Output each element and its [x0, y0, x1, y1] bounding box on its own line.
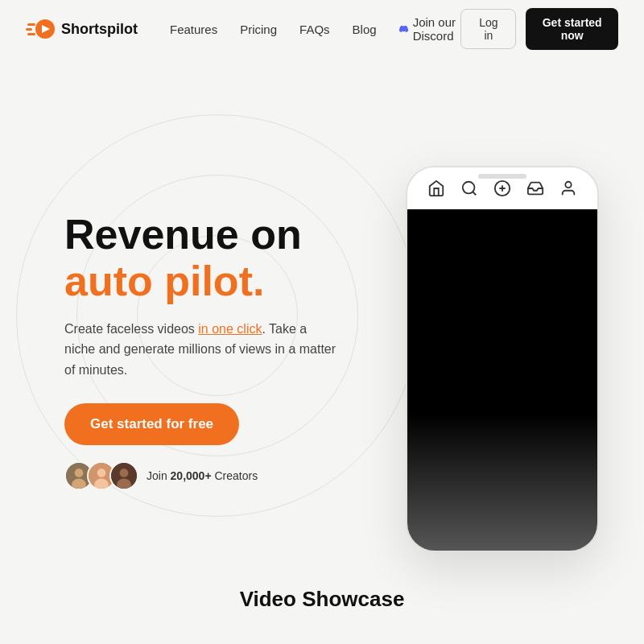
- svg-point-9: [97, 469, 106, 477]
- phone-top-bar: [407, 167, 597, 209]
- phone-screen: [407, 209, 597, 551]
- phone-nav-search-icon: [460, 180, 478, 197]
- nav-blog[interactable]: Blog: [353, 23, 377, 36]
- login-button[interactable]: Log in: [460, 9, 516, 49]
- phone-notch: [478, 174, 526, 179]
- phone-nav-add-icon: [493, 180, 511, 197]
- logo[interactable]: Shortspilot: [26, 14, 138, 43]
- phone-mockup: [406, 166, 599, 552]
- nav-pricing[interactable]: Pricing: [240, 23, 277, 36]
- avatar-group: [64, 461, 138, 490]
- phone-nav-inbox-icon: [526, 180, 544, 197]
- logo-icon: [26, 14, 55, 43]
- hero-desc-link[interactable]: in one click: [198, 322, 262, 336]
- nav-discord[interactable]: Join our Discord: [399, 15, 461, 43]
- hero-title: Revenue on auto pilot.: [64, 212, 386, 303]
- svg-rect-1: [26, 28, 32, 31]
- social-proof: Join 20,000+ Creators: [64, 461, 386, 490]
- hero-section: Revenue on auto pilot. Create faceless v…: [0, 58, 644, 596]
- svg-point-19: [565, 182, 571, 188]
- nav-features[interactable]: Features: [170, 23, 217, 36]
- get-started-nav-button[interactable]: Get started now: [526, 8, 618, 50]
- hero-content: Revenue on auto pilot. Create faceless v…: [64, 212, 386, 489]
- brand-name: Shortspilot: [61, 21, 138, 38]
- svg-point-14: [463, 182, 475, 194]
- creator-count: 20,000+: [171, 469, 212, 482]
- avatar-3-img: [111, 463, 137, 489]
- avatar-3: [109, 461, 138, 490]
- svg-point-6: [75, 469, 84, 477]
- hero-desc-before: Create faceless videos: [64, 322, 198, 336]
- phone-nav-home-icon: [427, 180, 445, 197]
- svg-rect-0: [27, 23, 35, 26]
- svg-rect-2: [27, 33, 35, 35]
- social-proof-text: Join 20,000+ Creators: [147, 469, 258, 482]
- get-started-main-button[interactable]: Get started for free: [64, 403, 239, 445]
- discord-icon: [399, 21, 408, 37]
- discord-label: Join our Discord: [413, 15, 461, 43]
- svg-line-15: [473, 192, 476, 195]
- hero-title-line1: Revenue on: [64, 211, 302, 258]
- video-showcase-title: Video Showcase: [0, 587, 644, 612]
- nav-actions: Log in Get started now: [460, 8, 618, 50]
- svg-point-12: [120, 469, 129, 477]
- nav-links: Features Pricing FAQs Blog Join our Disc…: [170, 15, 460, 43]
- nav-faqs[interactable]: FAQs: [299, 23, 330, 36]
- hero-title-line2: auto pilot.: [64, 258, 264, 304]
- phone-mockup-container: [386, 150, 618, 552]
- navbar: Shortspilot Features Pricing FAQs Blog J…: [0, 0, 644, 58]
- hero-description: Create faceless videos in one click. Tak…: [64, 319, 338, 381]
- phone-nav-profile-icon: [559, 180, 577, 197]
